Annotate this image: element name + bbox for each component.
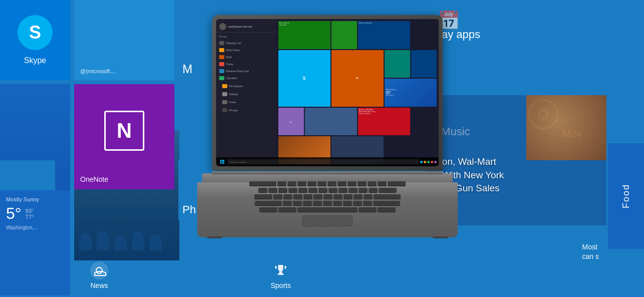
sports-icon bbox=[272, 261, 290, 279]
start-tile-calendar[interactable] bbox=[411, 50, 437, 78]
menu-item-label-5: Calculator bbox=[226, 77, 238, 80]
key-f10 bbox=[367, 181, 376, 186]
taskbar-dot-1 bbox=[420, 161, 422, 163]
key-f11 bbox=[377, 181, 386, 186]
menu-item-label-0: Shipping Cart bbox=[226, 42, 241, 45]
taskbar-dot-5 bbox=[434, 161, 437, 163]
power-icon bbox=[222, 100, 227, 104]
menu-icon-2 bbox=[219, 55, 224, 59]
webcam-dot bbox=[326, 16, 329, 19]
weather-temp-current: 5° bbox=[6, 204, 22, 223]
start-tile-news[interactable]: Amazon, Wal-Mart Battle With New York To… bbox=[358, 108, 410, 136]
nav-sports[interactable]: Sports bbox=[271, 261, 291, 289]
settings-item[interactable]: Settings bbox=[219, 91, 273, 98]
tile-food[interactable]: Food bbox=[608, 143, 644, 249]
start-tiles-panel: More ways to stay safe... Explore Window… bbox=[276, 19, 439, 166]
start-tile-mail[interactable] bbox=[384, 50, 410, 78]
file-explorer-label: File Explorer bbox=[229, 85, 243, 88]
key-row-5 bbox=[210, 207, 445, 212]
key-row-1 bbox=[210, 181, 445, 186]
start-tile-photos[interactable] bbox=[305, 108, 357, 136]
tile-onenote[interactable]: N OneNote bbox=[74, 84, 174, 189]
menu-icon-3 bbox=[219, 62, 224, 66]
taskbar-dot-2 bbox=[423, 161, 426, 163]
key-f9 bbox=[357, 181, 366, 186]
menu-item-4[interactable]: Windows Photo Dad bbox=[216, 68, 276, 75]
menu-item-3[interactable]: iTunes bbox=[216, 61, 276, 68]
all-apps-item[interactable]: All apps bbox=[219, 107, 273, 114]
laptop-foot-right bbox=[433, 236, 448, 238]
start-button[interactable] bbox=[218, 159, 226, 165]
taskbar-app-icons bbox=[420, 161, 437, 163]
menu-item-5[interactable]: Calculator bbox=[216, 75, 276, 82]
key-f4 bbox=[307, 181, 316, 186]
key-f8 bbox=[347, 181, 356, 186]
start-tile-1[interactable] bbox=[331, 21, 357, 49]
start-tile-weather[interactable]: Mostly Sunny 85° Washington,... bbox=[384, 79, 437, 107]
key-f1 bbox=[277, 181, 286, 186]
trackpad[interactable] bbox=[302, 215, 352, 226]
power-label: Power bbox=[229, 101, 236, 104]
skype-icon: S bbox=[18, 15, 53, 50]
laptop: paul@paper.mail.com Pinned Shipping Cart… bbox=[197, 15, 458, 255]
key-f5 bbox=[317, 181, 326, 186]
menu-item-1[interactable]: Sticky Notes bbox=[216, 47, 276, 54]
key-f2 bbox=[287, 181, 296, 186]
search-placeholder: Search for anything bbox=[230, 161, 247, 163]
weather-temps: 5° 93° 77° bbox=[6, 204, 64, 223]
settings-label: Settings bbox=[229, 93, 238, 96]
start-tile-skype[interactable]: S bbox=[278, 50, 330, 107]
weather-location: Washington,... bbox=[6, 225, 64, 230]
key-row-2 bbox=[210, 188, 445, 193]
ms-email-label: @{microsoft.... bbox=[80, 68, 116, 74]
file-explorer-item[interactable]: File Explorer bbox=[219, 83, 273, 90]
start-menu: paul@paper.mail.com Pinned Shipping Cart… bbox=[216, 19, 439, 166]
start-tile-0[interactable]: More ways to stay safe... bbox=[278, 21, 330, 49]
menu-item-2[interactable]: Paint bbox=[216, 54, 276, 61]
menu-item-label-2: Paint bbox=[226, 56, 232, 59]
power-item[interactable]: Power bbox=[219, 99, 273, 106]
skype-label: Skype bbox=[24, 56, 46, 65]
taskbar: Search for anything bbox=[216, 157, 439, 166]
pinned-label: Pinned bbox=[216, 34, 276, 40]
svg-rect-0 bbox=[279, 271, 282, 273]
menu-item-label-1: Sticky Notes bbox=[226, 49, 240, 52]
menu-icon-0 bbox=[219, 41, 224, 45]
key-del bbox=[387, 181, 405, 186]
food-label: Food bbox=[621, 184, 631, 208]
search-bar[interactable]: Search for anything bbox=[228, 159, 418, 164]
start-tile-explore[interactable]: Explore Windows bbox=[358, 21, 410, 49]
weather-sunny-label: Mostly Sunny bbox=[6, 196, 64, 202]
all-apps-label: All apps bbox=[229, 109, 238, 112]
laptop-screen: paul@paper.mail.com Pinned Shipping Cart… bbox=[216, 19, 439, 166]
file-explorer-icon bbox=[222, 84, 227, 88]
menu-item-label-4: Windows Photo Dad bbox=[226, 70, 249, 73]
onenote-n-icon: N bbox=[104, 111, 144, 151]
user-email: paul@paper.mail.com bbox=[228, 25, 252, 28]
keyboard bbox=[210, 181, 445, 212]
nav-news[interactable]: News bbox=[90, 261, 108, 289]
start-tile-purple[interactable]: o bbox=[278, 108, 304, 136]
m-letter: M bbox=[182, 62, 192, 76]
start-tile-office[interactable]: W bbox=[331, 50, 383, 107]
menu-icon-5 bbox=[219, 76, 224, 80]
key-f6 bbox=[327, 181, 336, 186]
menu-item-0[interactable]: Shipping Cart bbox=[216, 40, 276, 47]
sports-nav-label: Sports bbox=[271, 281, 291, 289]
user-area: paul@paper.mail.com bbox=[216, 21, 276, 33]
laptop-keyboard-area bbox=[197, 182, 458, 237]
laptop-lid: paul@paper.mail.com Pinned Shipping Cart… bbox=[212, 15, 443, 170]
menu-icon-4 bbox=[219, 69, 224, 73]
tile-ms-email[interactable]: @{microsoft.... bbox=[74, 0, 174, 80]
laptop-hinge bbox=[212, 171, 443, 174]
news-nav-label: News bbox=[90, 281, 108, 289]
taskbar-dot-3 bbox=[427, 161, 430, 163]
tile-skype[interactable]: S Skype bbox=[0, 0, 70, 80]
menu-item-label-3: iTunes bbox=[226, 63, 234, 66]
svg-rect-1 bbox=[278, 273, 284, 275]
settings-icon bbox=[222, 92, 227, 96]
weather-temp-low: 77° bbox=[26, 214, 34, 220]
all-apps-icon bbox=[222, 108, 227, 112]
key-f3 bbox=[297, 181, 306, 186]
menu-icon-1 bbox=[219, 48, 224, 52]
